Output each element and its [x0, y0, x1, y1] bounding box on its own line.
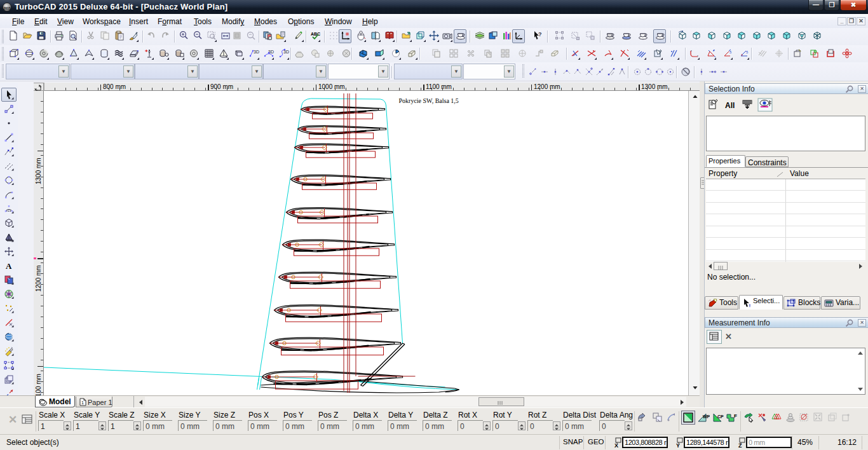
svg-text:All: All [725, 101, 735, 110]
svg-text:A: A [6, 261, 12, 271]
svg-text:F: F [734, 413, 737, 419]
svg-text:X: X [614, 442, 618, 448]
svg-text:Z: Z [738, 442, 742, 448]
svg-text:1: 1 [81, 400, 84, 405]
svg-text:Pokrycie SW, Balsa 1,5: Pokrycie SW, Balsa 1,5 [399, 97, 459, 104]
svg-text:Y: Y [676, 442, 680, 448]
svg-text:CP: CP [717, 414, 724, 419]
svg-text:WP: WP [703, 414, 710, 419]
